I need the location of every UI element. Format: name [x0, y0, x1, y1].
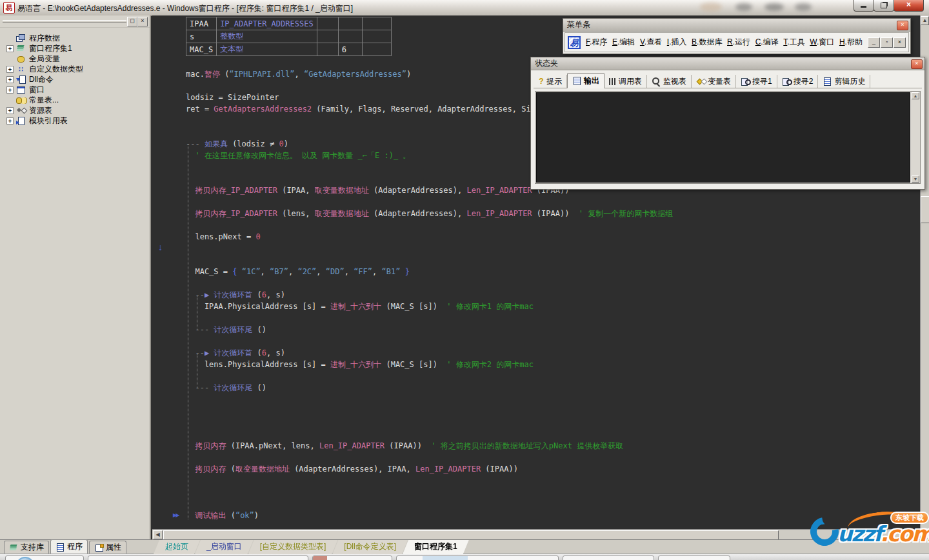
menu-item-T[interactable]: T.工具: [783, 37, 804, 48]
code-line[interactable]: lens.PhysicalAddress [s] = 进制_十六到十 (MAC_…: [186, 359, 673, 370]
menu-item-B[interactable]: B.数据库: [692, 37, 722, 48]
code-line[interactable]: [186, 394, 673, 405]
document-tab-window-assembly-1[interactable]: 窗口程序集1: [403, 540, 469, 554]
status-tab-variable-table[interactable]: 变量表: [692, 75, 736, 88]
status-tab-search-1[interactable]: 搜寻1: [736, 75, 777, 88]
status-tab-search-2[interactable]: 搜寻2: [777, 75, 819, 88]
tree-item-window-assembly-1[interactable]: +窗口程序集1: [6, 43, 150, 54]
expand-plus-icon[interactable]: +: [6, 117, 14, 125]
document-tab-custom-type-table[interactable]: [自定义数据类型表]: [248, 540, 338, 554]
status-tab-output[interactable]: 输出: [567, 73, 604, 88]
panel-close-button[interactable]: ×: [137, 17, 148, 26]
taskbar-thumbnail[interactable]: [563, 555, 654, 560]
tree-item-windows[interactable]: +窗口: [6, 85, 150, 95]
variable-row[interactable]: s整数型: [186, 30, 392, 43]
panel-tab-properties[interactable]: 属性: [89, 541, 126, 554]
status-tab-watch-table[interactable]: 监视表: [647, 75, 692, 88]
menu-window-close-button[interactable]: ×: [897, 21, 908, 30]
code-line[interactable]: [186, 452, 673, 463]
horizontal-scroll-thumb[interactable]: [163, 530, 779, 540]
code-line[interactable]: [186, 498, 673, 510]
menu-item-W[interactable]: W.窗口: [810, 37, 834, 48]
code-line[interactable]: [186, 312, 673, 324]
menu-close-button[interactable]: ×: [894, 37, 906, 48]
panel-tab-support-lib[interactable]: 支持库: [4, 541, 49, 554]
document-tab-start-page[interactable]: 起始页: [154, 540, 200, 554]
taskbar-thumbnail[interactable]: [88, 555, 308, 560]
code-line[interactable]: [186, 219, 673, 231]
expand-plus-icon[interactable]: +: [6, 45, 14, 52]
code-line[interactable]: 拷贝内存 (取变量数据地址 (AdapterAddresses), IPAA, …: [186, 463, 673, 475]
code-line[interactable]: --- 计次循环尾 (): [186, 324, 673, 335]
output-panel[interactable]: [536, 92, 910, 183]
code-line[interactable]: [186, 417, 673, 428]
menu-item-V[interactable]: V.查看: [640, 37, 662, 48]
code-line[interactable]: [186, 486, 673, 498]
taskbar-thumbnail[interactable]: [5, 555, 84, 560]
menu-window-titlebar[interactable]: 菜单条 ×: [563, 19, 910, 32]
variable-row[interactable]: MAC_S文本型6: [186, 43, 392, 56]
taskbar-thumbnail[interactable]: [312, 555, 392, 560]
menu-item-F[interactable]: F.程序: [586, 37, 607, 48]
scroll-down-icon[interactable]: ▼: [912, 175, 919, 183]
code-line[interactable]: 调试输出 (“ok”): [186, 510, 673, 521]
panel-header[interactable]: ◻ ×: [0, 15, 150, 28]
menu-item-H[interactable]: H.帮助: [839, 37, 863, 48]
expand-plus-icon[interactable]: +: [6, 66, 14, 73]
code-line[interactable]: MAC_S = { “1C”, “B7”, “2C”, “DD”, “FF”, …: [186, 266, 673, 277]
vertical-scroll-thumb[interactable]: [921, 196, 929, 223]
horizontal-scrollbar[interactable]: ◀ ▶: [152, 529, 920, 539]
status-tab-hint[interactable]: ?提示: [534, 75, 567, 88]
tree-item-global-variables[interactable]: 全局变量: [6, 54, 150, 64]
expand-plus-icon[interactable]: +: [6, 86, 14, 94]
tree-item-module-ref-table[interactable]: +模块引用表: [6, 115, 150, 126]
close-button[interactable]: ×: [894, 0, 924, 12]
tree-item-resource-table[interactable]: +资源表: [6, 105, 150, 115]
menu-minimize-button[interactable]: _: [868, 37, 880, 48]
code-line[interactable]: [186, 428, 673, 440]
document-tab-startup-window[interactable]: _启动窗口: [195, 540, 254, 554]
menu-item-R[interactable]: R.运行: [727, 37, 750, 48]
code-line[interactable]: [186, 196, 673, 208]
code-line[interactable]: [186, 254, 673, 266]
output-scrollbar[interactable]: ▲ ▼: [911, 92, 920, 183]
code-line[interactable]: lens.pNext = 0: [186, 231, 673, 243]
tree-item-constant-table[interactable]: 常量表...: [6, 95, 150, 105]
code-line[interactable]: [186, 475, 673, 486]
expand-plus-icon[interactable]: +: [6, 76, 14, 83]
panel-tab-program[interactable]: 程序: [50, 539, 88, 554]
menu-item-C[interactable]: C.编译: [755, 37, 779, 48]
local-variable-table[interactable]: IPAAIP_ADAPTER_ADDRESSESs整数型MAC_S文本型6: [186, 17, 392, 56]
panel-float-button[interactable]: ◻: [127, 17, 137, 26]
status-window-titlebar[interactable]: 状态夹 ×: [531, 57, 924, 70]
tree-item-custom-data-types[interactable]: +∷自定义数据类型: [6, 64, 150, 74]
code-line[interactable]: --- 计次循环尾 (): [186, 382, 673, 394]
scroll-up-icon[interactable]: ▲: [921, 16, 929, 25]
code-line[interactable]: [186, 370, 673, 382]
variable-row[interactable]: IPAAIP_ADAPTER_ADDRESSES: [186, 17, 392, 30]
taskbar-thumbnail[interactable]: [658, 555, 730, 560]
titlebar[interactable]: 易 易语言 - E:\hookGetAdaptersAddresses.e - …: [0, 0, 929, 16]
code-line[interactable]: IPAA.PhysicalAddress [s] = 进制_十六到十 (MAC_…: [186, 301, 673, 312]
restore-button[interactable]: [874, 0, 894, 12]
scroll-up-icon[interactable]: ▲: [912, 92, 919, 99]
code-line[interactable]: [186, 335, 673, 347]
menu-item-E[interactable]: E.编辑: [612, 37, 635, 48]
taskbar-thumbnail[interactable]: [396, 555, 559, 560]
document-tab-dll-command-table[interactable]: [Dll命令定义表]: [332, 540, 408, 554]
expand-plus-icon[interactable]: +: [6, 107, 14, 114]
code-line[interactable]: [186, 405, 673, 417]
code-line[interactable]: [186, 277, 673, 289]
tree-item-program-data[interactable]: 程序数据: [6, 33, 150, 43]
status-tab-call-table[interactable]: 调用表: [604, 75, 647, 88]
scroll-left-icon[interactable]: ◀: [153, 530, 163, 539]
code-line[interactable]: 拷贝内存_IP_ADAPTER (lens, 取变量数据地址 (AdapterA…: [186, 208, 673, 219]
menu-restore-button[interactable]: ▫: [881, 37, 893, 48]
tree-item-dll-commands[interactable]: +Dll命令: [6, 74, 150, 85]
status-window-close-button[interactable]: ×: [911, 59, 923, 69]
status-tab-clip-history[interactable]: 剪辑历史: [818, 75, 870, 88]
code-line[interactable]: [186, 243, 673, 254]
code-line[interactable]: 拷贝内存 (IPAA.pNext, lens, Len_IP_ADAPTER (…: [186, 440, 673, 452]
menu-item-I[interactable]: I.插入: [667, 37, 687, 48]
minimize-button[interactable]: [854, 0, 874, 12]
